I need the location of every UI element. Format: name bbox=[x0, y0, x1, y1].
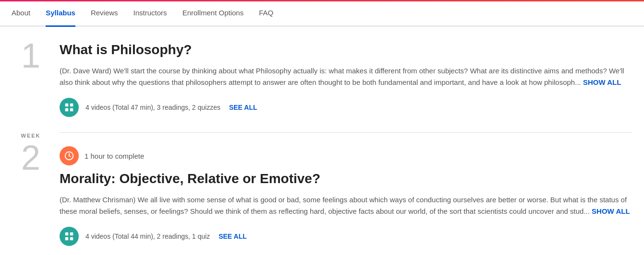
nav-bar: About Syllabus Reviews Instructors Enrol… bbox=[0, 0, 644, 27]
week-1-number: 1 bbox=[12, 38, 50, 73]
nav-faq[interactable]: FAQ bbox=[259, 0, 273, 25]
week-2-show-all[interactable]: SHOW ALL bbox=[592, 207, 630, 215]
nav-about[interactable]: About bbox=[12, 0, 30, 25]
week-2-see-all[interactable]: SEE ALL bbox=[219, 232, 247, 240]
nav-enrollment[interactable]: Enrollment Options bbox=[182, 0, 244, 25]
week-2-icon bbox=[60, 227, 79, 246]
week-1-show-all[interactable]: SHOW ALL bbox=[583, 78, 621, 86]
nav-instructors[interactable]: Instructors bbox=[134, 0, 167, 25]
week-1-meta: 4 videos (Total 47 min), 3 readings, 2 q… bbox=[60, 98, 632, 117]
week-2-meta-text: 4 videos (Total 44 min), 2 readings, 1 q… bbox=[85, 232, 210, 240]
week-1-section: 1 What is Philosophy? (Dr. Dave Ward) We… bbox=[0, 27, 644, 133]
svg-line-6 bbox=[69, 156, 71, 157]
week-2-meta: 4 videos (Total 44 min), 2 readings, 1 q… bbox=[60, 227, 632, 246]
svg-rect-9 bbox=[65, 237, 68, 240]
week-1-title: What is Philosophy? bbox=[60, 42, 632, 58]
clock-icon bbox=[64, 151, 74, 161]
svg-rect-3 bbox=[70, 108, 73, 111]
main-content: 1 What is Philosophy? (Dr. Dave Ward) We… bbox=[0, 27, 644, 255]
svg-rect-1 bbox=[70, 104, 73, 106]
svg-rect-10 bbox=[70, 237, 73, 240]
week-2-number: 2 bbox=[12, 140, 50, 175]
week-2-number-col: WEEK 2 bbox=[12, 133, 60, 255]
week-2-description: (Dr. Matthew Chrisman) We all live with … bbox=[60, 194, 632, 217]
nav-reviews[interactable]: Reviews bbox=[91, 0, 118, 25]
week-1-number-col: 1 bbox=[12, 38, 60, 133]
week-2-hour-text: 1 hour to complete bbox=[85, 152, 144, 160]
week-1-icon bbox=[60, 98, 79, 117]
svg-rect-0 bbox=[65, 104, 68, 106]
nav-syllabus[interactable]: Syllabus bbox=[46, 0, 75, 27]
week-1-content: What is Philosophy? (Dr. Dave Ward) We'l… bbox=[60, 38, 632, 133]
week-2-label: WEEK bbox=[12, 133, 50, 139]
svg-rect-8 bbox=[70, 232, 73, 235]
week-1-see-all[interactable]: SEE ALL bbox=[229, 104, 257, 111]
week-2-inner: WEEK 2 1 hour to complete Morality: Obj bbox=[12, 133, 632, 255]
week-2-title: Morality: Objective, Relative or Emotive… bbox=[60, 171, 632, 186]
week-2-hour-row: 1 hour to complete bbox=[60, 146, 632, 165]
week-2-clock-icon-circle bbox=[60, 146, 79, 165]
week-2-section: WEEK 2 1 hour to complete Morality: Obj bbox=[0, 133, 644, 255]
week-1-meta-text: 4 videos (Total 47 min), 3 readings, 2 q… bbox=[85, 104, 220, 111]
svg-rect-2 bbox=[65, 108, 68, 111]
week-1-description: (Dr. Dave Ward) We'll start the course b… bbox=[60, 65, 632, 88]
week-2-content: 1 hour to complete Morality: Objective, … bbox=[60, 133, 632, 255]
svg-rect-7 bbox=[65, 232, 68, 235]
grid-icon bbox=[64, 102, 74, 113]
grid-icon-2 bbox=[64, 231, 74, 242]
